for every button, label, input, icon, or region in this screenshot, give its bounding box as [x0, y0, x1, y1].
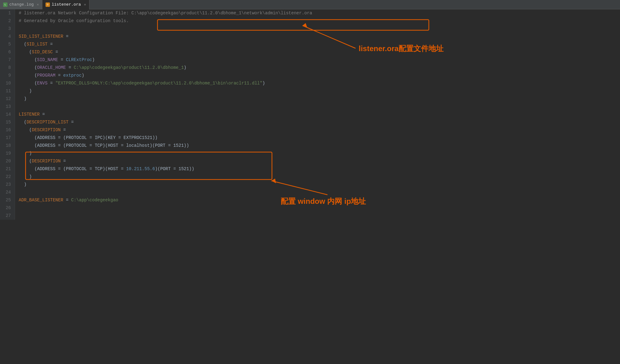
listener-ora-icon: O: [46, 2, 50, 7]
code-line-17: (ADDRESS = (PROTOCOL = IPC)(KEY = EXTPRO…: [19, 134, 620, 142]
ln-14: 14: [2, 111, 12, 118]
ln-13: 13: [2, 103, 12, 111]
change-log-icon: L: [3, 2, 7, 7]
code-line-27: [19, 212, 620, 220]
ln-7: 7: [2, 56, 12, 64]
editor-area: 1 2 3 4 5 6 7 8 9 10 11 12 13 14 15 16 1…: [0, 9, 620, 220]
ln-1: 1: [2, 9, 12, 17]
tab-listener-ora-label: listener.ora: [52, 2, 81, 7]
code-line-23: ): [19, 181, 620, 189]
code-line-6: (SID_DESC =: [19, 48, 620, 56]
comment-2: # Generated by Oracle configuration tool…: [19, 17, 129, 25]
comment-1: # listener.ora Network Configuration Fil…: [19, 9, 312, 17]
ln-17: 17: [2, 134, 12, 142]
tab-change-log[interactable]: L change.log ✕: [0, 0, 42, 9]
ln-18: 18: [2, 142, 12, 150]
code-line-3: [19, 25, 620, 33]
ln-5: 5: [2, 41, 12, 48]
code-line-11: ): [19, 87, 620, 95]
code-line-19: ): [19, 150, 620, 157]
ln-12: 12: [2, 95, 12, 103]
code-line-13: [19, 103, 620, 111]
line-numbers: 1 2 3 4 5 6 7 8 9 10 11 12 13 14 15 16 1…: [0, 9, 15, 220]
code-line-10: (ENVS = "EXTPROC_DLLS=ONLY:C:\app\codege…: [19, 79, 620, 87]
editor-wrapper: 1 2 3 4 5 6 7 8 9 10 11 12 13 14 15 16 1…: [0, 9, 620, 220]
ln-24: 24: [2, 189, 12, 196]
tab-bar: L change.log ✕ O listener.ora ✕: [0, 0, 620, 9]
ln-11: 11: [2, 87, 12, 95]
ln-10: 10: [2, 79, 12, 87]
ln-21: 21: [2, 165, 12, 173]
code-line-25: ADR_BASE_LISTENER = C:\app\codegeekgao: [19, 196, 620, 204]
code-line-8: (ORACLE_HOME = C:\app\codegeekgao\produc…: [19, 64, 620, 72]
ln-26: 26: [2, 204, 12, 212]
code-line-18: (ADDRESS = (PROTOCOL = TCP)(HOST = local…: [19, 142, 620, 150]
ln-2: 2: [2, 17, 12, 25]
ln-4: 4: [2, 33, 12, 41]
code-line-5: (SID_LIST =: [19, 41, 620, 48]
ln-23: 23: [2, 181, 12, 189]
code-line-1: # listener.ora Network Configuration Fil…: [19, 9, 620, 17]
tab-listener-ora[interactable]: O listener.ora ✕: [42, 0, 90, 9]
ln-3: 3: [2, 25, 12, 33]
code-line-22: ): [19, 173, 620, 181]
ln-22: 22: [2, 173, 12, 181]
ln-15: 15: [2, 118, 12, 126]
ln-8: 8: [2, 64, 12, 72]
tab-change-log-close[interactable]: ✕: [37, 2, 39, 7]
code-line-26: [19, 204, 620, 212]
kw-4: SID_LIST_LISTENER: [19, 33, 63, 41]
code-line-4: SID_LIST_LISTENER =: [19, 33, 620, 41]
code-line-9: (PROGRAM = extproc): [19, 72, 620, 79]
code-line-12: ): [19, 95, 620, 103]
ln-6: 6: [2, 48, 12, 56]
ln-20: 20: [2, 157, 12, 165]
code-line-24: [19, 189, 620, 196]
code-line-16: (DESCRIPTION =: [19, 126, 620, 134]
kw-14: LISTENER: [19, 111, 40, 118]
ln-19: 19: [2, 150, 12, 157]
code-line-15: (DESCRIPTION_LIST =: [19, 118, 620, 126]
ln-25: 25: [2, 196, 12, 204]
code-line-2: # Generated by Oracle configuration tool…: [19, 17, 620, 25]
ln-27: 27: [2, 212, 12, 220]
tab-change-log-label: change.log: [9, 2, 34, 7]
ln-9: 9: [2, 72, 12, 79]
code-line-14: LISTENER =: [19, 111, 620, 118]
code-content[interactable]: # listener.ora Network Configuration Fil…: [15, 9, 620, 220]
code-line-21: (ADDRESS = (PROTOCOL = TCP)(HOST = 10.21…: [19, 165, 620, 173]
code-line-7: (SID_NAME = CLRExtProc): [19, 56, 620, 64]
ln-16: 16: [2, 126, 12, 134]
code-line-20: (DESCRIPTION =: [19, 157, 620, 165]
tab-listener-ora-close[interactable]: ✕: [84, 2, 86, 7]
